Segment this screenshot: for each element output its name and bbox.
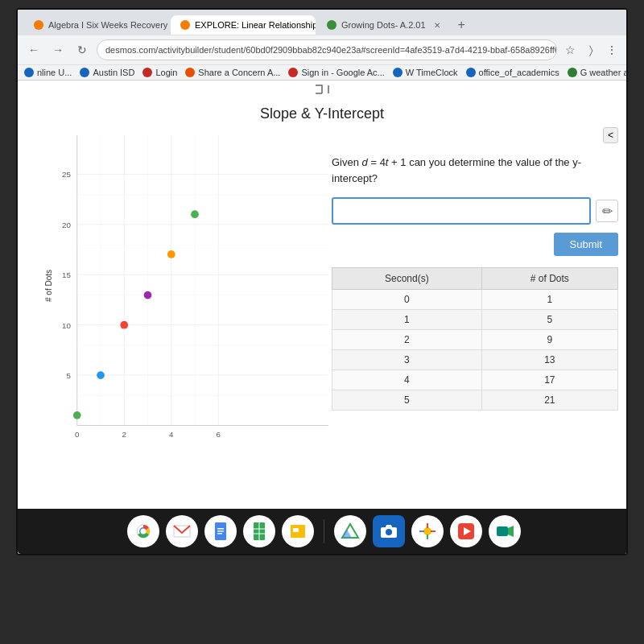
cell-dots: 13 bbox=[481, 350, 617, 370]
docs-taskbar-icon[interactable] bbox=[204, 515, 237, 547]
tab-icon-algebra bbox=[34, 20, 43, 30]
bookmark-google[interactable]: Sign in - Google Ac... bbox=[288, 68, 384, 77]
svg-rect-51 bbox=[431, 530, 436, 532]
dot-3 bbox=[144, 291, 152, 299]
col-header-dots: # of Dots bbox=[481, 268, 617, 290]
table-row: 521 bbox=[332, 390, 618, 411]
cell-dots: 5 bbox=[481, 310, 617, 330]
svg-point-30 bbox=[140, 529, 146, 535]
screen: Algebra I Six Weeks Recovery M... ✕ EXPL… bbox=[16, 8, 628, 555]
sheets-taskbar-icon[interactable] bbox=[243, 515, 275, 547]
svg-marker-46 bbox=[386, 525, 392, 527]
table-row: 313 bbox=[332, 350, 618, 370]
svg-text:10: 10 bbox=[62, 321, 71, 330]
svg-rect-48 bbox=[427, 523, 428, 528]
bookmark-timeclock[interactable]: W TimeClock bbox=[393, 68, 458, 77]
new-tab-button[interactable]: + bbox=[452, 14, 472, 35]
forward-button[interactable]: → bbox=[48, 40, 68, 60]
dot-1 bbox=[97, 371, 105, 379]
taskbar-divider bbox=[324, 519, 324, 543]
graph-area: # of Dots 5 10 bbox=[26, 127, 324, 497]
laptop-bezel: Algebra I Six Weeks Recovery M... ✕ EXPL… bbox=[0, 0, 644, 644]
bookmark-icon-login bbox=[142, 68, 152, 77]
tab-growing[interactable]: Growing Dots- A.2.01 ✕ bbox=[317, 15, 450, 35]
bookmark-icon-google bbox=[288, 68, 298, 77]
svg-text:20: 20 bbox=[62, 221, 71, 229]
answer-input-row: ✏ bbox=[332, 197, 618, 225]
data-table: Second(s) # of Dots 011529313417521 bbox=[332, 267, 618, 411]
svg-text:5: 5 bbox=[67, 371, 72, 380]
bookmark-icon-austinisd bbox=[80, 68, 89, 77]
answer-input[interactable] bbox=[332, 197, 591, 225]
cell-seconds: 0 bbox=[332, 290, 482, 310]
gmail-taskbar-icon[interactable] bbox=[166, 515, 198, 547]
slides-taskbar-icon[interactable] bbox=[282, 515, 314, 547]
play-taskbar-icon[interactable] bbox=[450, 515, 482, 547]
page-title: Slope & Y-Intercept bbox=[18, 105, 626, 122]
svg-point-45 bbox=[386, 529, 392, 535]
bookmark-concern[interactable]: Share a Concern A... bbox=[185, 68, 280, 77]
bookmark-austinisd[interactable]: Austin ISD bbox=[80, 68, 134, 77]
svg-rect-41 bbox=[293, 528, 299, 532]
expand-icon[interactable] bbox=[18, 84, 626, 97]
graph-svg: 5 10 15 20 25 bbox=[50, 127, 340, 441]
photos-taskbar-icon[interactable] bbox=[411, 515, 444, 547]
bookmark-icon-online bbox=[24, 68, 34, 77]
submit-button[interactable]: Submit bbox=[554, 233, 618, 256]
y-axis-label: # of Dots bbox=[44, 269, 53, 301]
camera-taskbar-icon[interactable] bbox=[373, 515, 405, 547]
cell-dots: 9 bbox=[481, 330, 617, 350]
drive-taskbar-icon[interactable] bbox=[334, 515, 366, 547]
svg-point-47 bbox=[423, 527, 431, 535]
svg-rect-50 bbox=[419, 530, 424, 532]
cell-seconds: 3 bbox=[332, 350, 482, 370]
taskbar bbox=[18, 509, 628, 554]
cell-seconds: 4 bbox=[332, 370, 482, 390]
bookmark-login[interactable]: Login bbox=[142, 68, 177, 77]
reload-button[interactable]: ↻ bbox=[72, 40, 92, 60]
bookmark-online[interactable]: nline U... bbox=[24, 68, 72, 77]
svg-rect-35 bbox=[217, 533, 222, 535]
tab-algebra[interactable]: Algebra I Six Weeks Recovery M... ✕ bbox=[24, 15, 169, 35]
meet-taskbar-icon[interactable] bbox=[489, 515, 521, 547]
svg-text:Seconds: Seconds bbox=[194, 440, 228, 441]
toolbar-icons: ☆ 〉 ⋮ bbox=[562, 42, 620, 58]
svg-text:15: 15 bbox=[62, 270, 71, 279]
table-row: 417 bbox=[332, 370, 618, 390]
more-options-icon[interactable]: ⋮ bbox=[604, 42, 620, 58]
svg-rect-54 bbox=[497, 526, 508, 536]
browser-chrome: Algebra I Six Weeks Recovery M... ✕ EXPL… bbox=[18, 10, 626, 80]
svg-rect-49 bbox=[427, 535, 428, 539]
address-bar-row: ← → ↻ desmos.com/activitybuilder/student… bbox=[18, 35, 626, 64]
tab-close-growing[interactable]: ✕ bbox=[434, 21, 440, 30]
bookmark-star-icon[interactable]: ☆ bbox=[562, 42, 578, 58]
cell-dots: 17 bbox=[481, 370, 617, 390]
collapse-panel-button[interactable]: < bbox=[603, 127, 618, 143]
svg-text:2: 2 bbox=[122, 430, 126, 439]
svg-text:0: 0 bbox=[75, 430, 80, 439]
svg-rect-34 bbox=[217, 530, 224, 532]
col-header-seconds: Second(s) bbox=[332, 268, 482, 290]
shield-icon[interactable]: 〉 bbox=[583, 42, 599, 58]
svg-text:6: 6 bbox=[217, 430, 221, 439]
right-panel: < Given d = 4t + 1 can you determine the… bbox=[332, 127, 618, 497]
bookmark-icon-concern bbox=[185, 68, 195, 77]
tab-explore[interactable]: EXPLORE: Linear Relationships... ✕ bbox=[171, 15, 316, 35]
page-content: Slope & Y-Intercept # of Dots bbox=[18, 80, 626, 506]
tab-icon-growing bbox=[327, 20, 336, 30]
cell-seconds: 1 bbox=[332, 310, 482, 330]
dot-2 bbox=[120, 321, 128, 329]
svg-marker-55 bbox=[508, 526, 514, 537]
graph-with-labels: # of Dots 5 10 bbox=[50, 127, 324, 444]
address-bar[interactable]: desmos.com/activitybuilder/student/60bd0… bbox=[97, 39, 557, 60]
bookmark-academics[interactable]: office_of_academics bbox=[466, 68, 559, 77]
svg-rect-33 bbox=[217, 528, 224, 530]
question-text: Given d = 4t + 1 can you determine the v… bbox=[332, 155, 618, 186]
dot-0 bbox=[73, 411, 81, 419]
bookmark-weather[interactable]: G weather austin texas bbox=[568, 68, 626, 77]
pencil-icon[interactable]: ✏ bbox=[596, 200, 618, 222]
chrome-taskbar-icon[interactable] bbox=[127, 515, 159, 547]
cell-dots: 21 bbox=[481, 390, 617, 411]
cell-seconds: 5 bbox=[332, 390, 482, 411]
back-button[interactable]: ← bbox=[24, 40, 43, 60]
